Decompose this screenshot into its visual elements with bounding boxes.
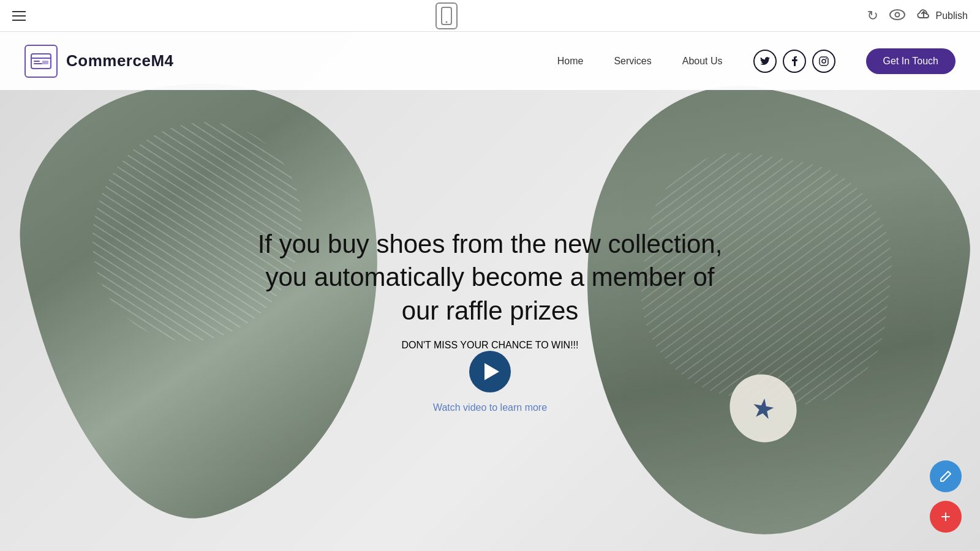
social-links	[753, 50, 835, 73]
nav-link-services[interactable]: Services	[614, 56, 651, 66]
add-fab-button[interactable]: +	[930, 501, 962, 533]
hero-content: If you buy shoes from the new collection…	[0, 32, 980, 551]
hero-headline: If you buy shoes from the new collection…	[257, 228, 723, 328]
nav-links: Home Services About Us	[557, 56, 723, 67]
svg-point-3	[895, 12, 899, 17]
nav-link-about[interactable]: About Us	[682, 56, 723, 66]
mobile-preview-icon[interactable]	[435, 2, 458, 29]
hamburger-menu[interactable]	[12, 11, 26, 21]
undo-icon[interactable]: ↺	[867, 8, 878, 24]
nav-item-home[interactable]: Home	[557, 56, 584, 67]
toolbar-right: ↺ Publish	[867, 8, 968, 24]
nav-item-about[interactable]: About Us	[682, 56, 723, 67]
site-name: CommerceM4	[66, 51, 174, 70]
website-preview: ★ If you buy shoes from the new collecti…	[0, 32, 980, 551]
play-icon	[484, 363, 499, 380]
svg-point-11	[826, 58, 827, 59]
watch-video-link[interactable]: Watch video to learn more	[433, 402, 547, 413]
publish-label: Publish	[936, 10, 968, 21]
logo-icon	[24, 45, 58, 78]
hero-section: ★ If you buy shoes from the new collecti…	[0, 32, 980, 551]
nav-link-home[interactable]: Home	[557, 56, 584, 66]
hero-subheadline: DON'T MISS YOUR CHANCE TO WIN!!!	[401, 340, 578, 351]
svg-rect-7	[34, 63, 42, 64]
plus-icon: +	[941, 507, 951, 527]
edit-fab-button[interactable]	[930, 460, 962, 492]
publish-button[interactable]: Publish	[916, 8, 968, 23]
svg-point-2	[890, 10, 905, 20]
cloud-upload-icon	[916, 8, 931, 23]
svg-rect-8	[42, 61, 48, 64]
toolbar-left	[12, 11, 26, 21]
toolbar: ↺ Publish	[0, 0, 980, 32]
toolbar-center	[435, 2, 458, 29]
site-nav: Home Services About Us	[557, 48, 956, 74]
nav-item-services[interactable]: Services	[614, 56, 651, 67]
play-video-button[interactable]	[469, 351, 511, 392]
svg-rect-6	[34, 61, 40, 62]
preview-icon[interactable]	[889, 8, 905, 24]
svg-point-1	[445, 21, 447, 23]
svg-point-10	[822, 59, 826, 63]
svg-rect-9	[820, 57, 828, 66]
fab-container: +	[930, 460, 962, 533]
get-in-touch-button[interactable]: Get In Touch	[866, 48, 956, 74]
instagram-social-button[interactable]	[812, 50, 835, 73]
twitter-social-button[interactable]	[753, 50, 777, 73]
site-header: CommerceM4 Home Services About Us	[0, 32, 980, 90]
facebook-social-button[interactable]	[783, 50, 806, 73]
logo-area: CommerceM4	[24, 45, 174, 78]
